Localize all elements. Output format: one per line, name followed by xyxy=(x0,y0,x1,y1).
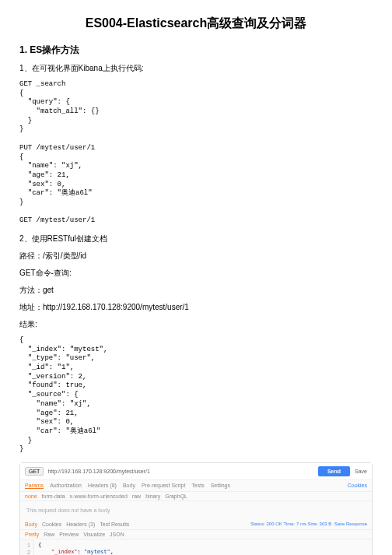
tab-body[interactable]: Body xyxy=(123,483,135,489)
body-binary[interactable]: binary xyxy=(145,494,160,499)
body-empty-msg: This request does not have a body xyxy=(20,501,372,519)
para: 地址：http://192.168.170.128:9200/mytest/us… xyxy=(19,302,373,313)
para: GET命令-查询: xyxy=(19,268,373,279)
para: 方法：get xyxy=(19,285,373,296)
tab-params[interactable]: Params xyxy=(25,483,44,489)
body-none[interactable]: none xyxy=(25,494,37,499)
section-1-heading: 1. ES操作方法 xyxy=(19,44,373,57)
tab-prerequest[interactable]: Pre-request Script xyxy=(142,483,185,489)
para: 1、在可视化界面Kibana上执行代码: xyxy=(19,63,373,74)
para: 2、使用RESTful创建文档 xyxy=(19,234,373,244)
tab-tests[interactable]: Tests xyxy=(191,483,204,489)
body-formdata[interactable]: form-data xyxy=(42,494,65,499)
request-tabs: Params Authorization Headers (8) Body Pr… xyxy=(20,480,372,492)
code-block-1: GET _search { "query": { "match_all": {}… xyxy=(19,80,373,226)
body-type-row: none form-data x-www-form-urlencoded raw… xyxy=(20,492,372,501)
resp-body[interactable]: Body xyxy=(25,522,37,527)
view-pretty[interactable]: Pretty xyxy=(25,532,39,537)
page-title: ES004-Elasticsearch高级查询及分词器 xyxy=(19,16,373,32)
view-raw[interactable]: Raw xyxy=(44,532,54,537)
para: 结果: xyxy=(19,319,373,330)
view-preview[interactable]: Preview xyxy=(59,532,79,537)
body-raw[interactable]: raw xyxy=(132,494,141,499)
json-body: { "_index": "mytest", "_type": "user", "… xyxy=(34,539,118,555)
para: 路径：/索引/类型/id xyxy=(19,251,373,262)
url-input[interactable]: http://192.168.170.128:9200/mytest/user/… xyxy=(47,469,318,474)
body-urlencoded[interactable]: x-www-form-urlencoded xyxy=(70,494,128,499)
save-button[interactable]: Save xyxy=(355,469,367,474)
response-json: 12345678910111213 { "_index": "mytest", … xyxy=(20,539,372,555)
postman-screenshot: GET http://192.168.170.128:9200/mytest/u… xyxy=(19,462,373,555)
save-response-link[interactable]: Save Response xyxy=(334,522,367,526)
code-block-2: { "_index": "mytest", "_type": "user", "… xyxy=(19,336,373,455)
status-line: Status: 200 OK Time: 7 ms Size: 303 B Sa… xyxy=(250,522,367,527)
http-method-selector[interactable]: GET xyxy=(25,467,44,476)
view-visualize[interactable]: Visualize xyxy=(83,532,105,537)
view-tabs: Pretty Raw Preview Visualize JSON xyxy=(20,530,372,539)
resp-headers[interactable]: Headers (3) xyxy=(66,522,95,527)
send-button[interactable]: Send xyxy=(318,466,350,476)
tab-auth[interactable]: Authorization xyxy=(50,483,82,489)
line-gutter: 12345678910111213 xyxy=(20,539,34,555)
resp-cookies[interactable]: Cookies xyxy=(42,522,61,527)
response-tabs: Body Cookies Headers (3) Test Results St… xyxy=(20,519,372,530)
body-graphql[interactable]: GraphQL xyxy=(165,494,187,499)
resp-tests[interactable]: Test Results xyxy=(100,522,129,527)
tab-headers[interactable]: Headers (8) xyxy=(88,483,117,489)
format-select[interactable]: JSON xyxy=(110,532,124,537)
cookies-link[interactable]: Cookies xyxy=(348,483,367,489)
tab-settings[interactable]: Settings xyxy=(211,483,230,489)
